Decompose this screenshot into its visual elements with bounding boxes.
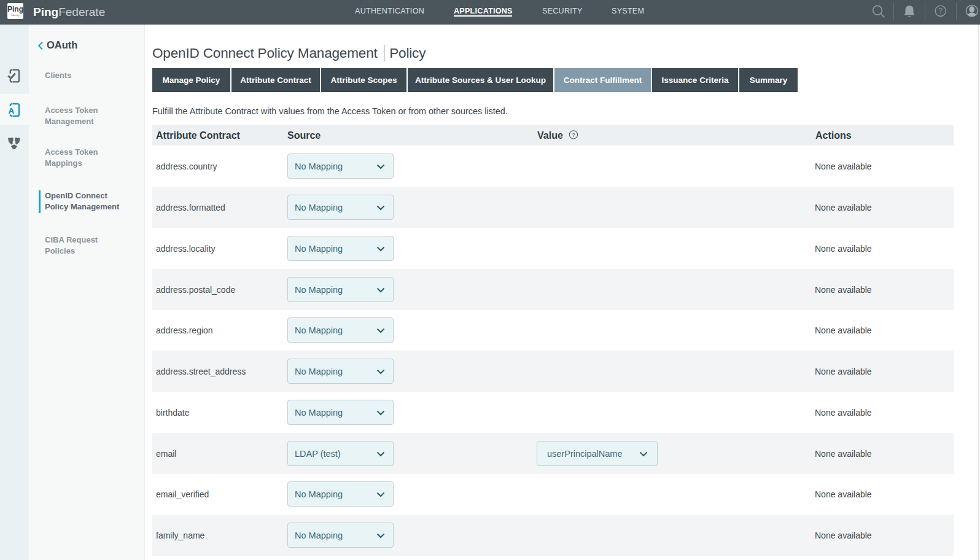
svg-text:A: A bbox=[9, 106, 15, 115]
svg-text:?: ? bbox=[572, 132, 575, 138]
svg-text:?: ? bbox=[938, 7, 943, 15]
